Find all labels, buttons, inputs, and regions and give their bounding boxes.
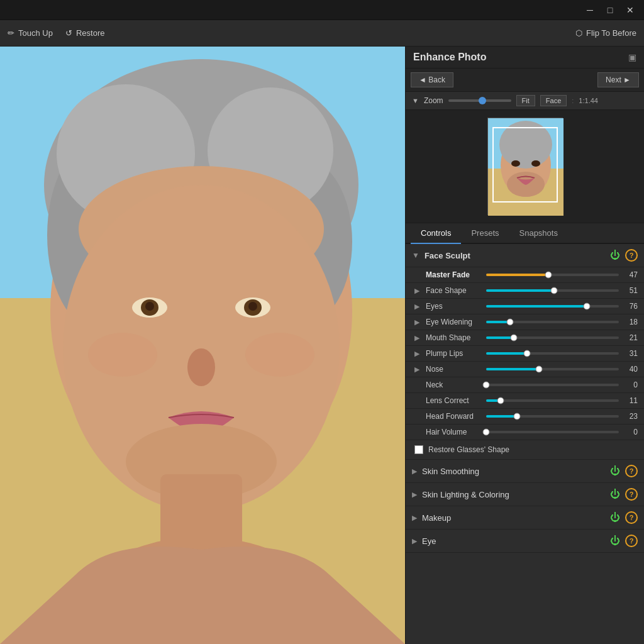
eye-widening-label: Eye Widening <box>426 318 482 326</box>
nose-value: 40 <box>623 365 638 374</box>
makeup-help-icon[interactable]: ? <box>625 511 638 524</box>
skin-smoothing-section[interactable]: ▶ Skin Smoothing ⏻ ? <box>406 460 644 483</box>
mouth-shape-label: Mouth Shape <box>426 333 482 342</box>
makeup-label: Makeup <box>422 513 605 523</box>
maximize-button[interactable]: □ <box>601 3 619 17</box>
eye-widening-expand[interactable]: ▶ <box>414 318 422 326</box>
zoom-bar: ▼ Zoom Fit Face : 1:1.44 <box>406 92 644 110</box>
skin-smoothing-power-icon[interactable]: ⏻ <box>610 465 620 477</box>
eye-widening-thumb[interactable] <box>506 319 513 326</box>
skin-smoothing-label: Skin Smoothing <box>422 467 605 476</box>
image-area <box>0 47 405 644</box>
face-sculpt-section-header: ▼ Face Sculpt ⏻ ? <box>406 244 644 267</box>
svg-point-17 <box>187 348 215 386</box>
head-forward-row: Head Forward 23 <box>406 409 644 425</box>
nose-expand[interactable]: ▶ <box>414 365 422 374</box>
controls-area: ▼ Face Sculpt ⏻ ? Master Fade 47 ▶ Face … <box>406 244 644 644</box>
head-forward-thumb[interactable] <box>513 413 520 420</box>
eyes-row: ▶ Eyes 76 <box>406 299 644 314</box>
tab-presets[interactable]: Presets <box>461 223 509 244</box>
minimize-button[interactable]: ─ <box>581 3 599 17</box>
touchup-icon: ✏ <box>8 28 14 38</box>
face-shape-expand[interactable]: ▶ <box>414 287 422 295</box>
face-shape-thumb[interactable] <box>550 287 557 294</box>
lens-correct-thumb[interactable] <box>497 397 504 404</box>
flip-to-before-button[interactable]: ⬡ Flip To Before <box>575 28 636 38</box>
plump-lips-track[interactable] <box>486 352 619 355</box>
nose-track[interactable] <box>486 368 619 370</box>
tab-snapshots[interactable]: Snapshots <box>509 223 568 244</box>
makeup-section[interactable]: ▶ Makeup ⏻ ? <box>406 506 644 530</box>
makeup-expand-icon: ▶ <box>412 514 417 522</box>
fit-button[interactable]: Fit <box>516 95 535 106</box>
tab-controls[interactable]: Controls <box>411 223 461 244</box>
eyes-track[interactable] <box>486 305 619 308</box>
mouth-shape-expand[interactable]: ▶ <box>414 334 422 342</box>
zoom-value: 1:1.44 <box>579 97 598 104</box>
nose-thumb[interactable] <box>536 366 543 373</box>
skin-lighting-power-icon[interactable]: ⏻ <box>610 489 620 500</box>
master-fade-fill <box>486 274 548 276</box>
zoom-collapse-icon[interactable]: ▼ <box>412 97 419 104</box>
eye-section[interactable]: ▶ Eye ⏻ ? <box>406 530 644 553</box>
restore-glasses-checkbox[interactable] <box>414 445 423 454</box>
panel-options-icon[interactable]: ▣ <box>628 52 636 62</box>
next-button[interactable]: Next ► <box>597 72 639 87</box>
skin-lighting-section[interactable]: ▶ Skin Lighting & Coloring ⏻ ? <box>406 483 644 506</box>
face-sculpt-power-icon[interactable]: ⏻ <box>610 250 620 261</box>
hair-volume-row: Hair Volume 0 <box>406 425 644 440</box>
neck-thumb[interactable] <box>483 382 490 389</box>
neck-track[interactable] <box>486 384 619 386</box>
face-shape-value: 51 <box>623 286 638 295</box>
close-button[interactable]: ✕ <box>621 3 639 17</box>
svg-point-20 <box>88 333 157 377</box>
svg-point-25 <box>499 121 552 169</box>
panel-title: Enhance Photo <box>413 52 486 63</box>
thumbnail-photo <box>487 118 563 215</box>
eyes-thumb[interactable] <box>584 303 591 310</box>
eye-power-icon[interactable]: ⏻ <box>610 535 620 547</box>
lens-correct-track[interactable] <box>486 399 619 402</box>
eyes-value: 76 <box>623 302 638 311</box>
eye-expand-icon: ▶ <box>412 537 417 545</box>
face-sculpt-help-icon[interactable]: ? <box>625 249 638 262</box>
eye-help-icon[interactable]: ? <box>625 535 638 547</box>
skin-lighting-label: Skin Lighting & Coloring <box>422 490 605 499</box>
nose-row: ▶ Nose 40 <box>406 362 644 377</box>
plump-lips-expand[interactable]: ▶ <box>414 350 422 358</box>
eye-widening-track[interactable] <box>486 321 619 323</box>
skin-lighting-help-icon[interactable]: ? <box>625 488 638 501</box>
restore-icon: ↺ <box>65 28 72 38</box>
touchup-button[interactable]: ✏ Touch Up <box>8 28 53 38</box>
mouth-shape-track[interactable] <box>486 336 619 339</box>
neck-value: 0 <box>623 380 638 389</box>
plump-lips-label: Plump Lips <box>426 349 482 358</box>
face-shape-track[interactable] <box>486 289 619 292</box>
face-button[interactable]: Face <box>540 95 567 106</box>
zoom-slider[interactable] <box>448 99 511 102</box>
neck-row: Neck 0 <box>406 377 644 393</box>
head-forward-label: Head Forward <box>426 412 482 421</box>
section-collapse-icon[interactable]: ▼ <box>412 251 419 260</box>
nose-label: Nose <box>426 365 482 374</box>
restore-button[interactable]: ↺ Restore <box>65 28 105 38</box>
eyes-label: Eyes <box>426 302 482 311</box>
master-fade-thumb[interactable] <box>545 272 552 279</box>
head-forward-track[interactable] <box>486 415 619 418</box>
hair-volume-track[interactable] <box>486 431 619 433</box>
thumbnail-container <box>487 118 563 215</box>
skin-smoothing-help-icon[interactable]: ? <box>625 465 638 477</box>
tabs-bar: Controls Presets Snapshots <box>406 223 644 244</box>
hair-volume-thumb[interactable] <box>483 429 490 436</box>
svg-point-28 <box>531 160 540 167</box>
master-fade-track[interactable] <box>486 274 619 276</box>
master-fade-label: Master Fade <box>426 270 482 279</box>
plump-lips-thumb[interactable] <box>524 350 531 357</box>
back-button[interactable]: ◄ Back <box>411 72 453 87</box>
panel-header: Enhance Photo ▣ <box>406 47 644 69</box>
eye-label: Eye <box>422 536 605 546</box>
eyes-expand[interactable]: ▶ <box>414 303 422 311</box>
nav-buttons: ◄ Back Next ► <box>406 69 644 92</box>
makeup-power-icon[interactable]: ⏻ <box>610 512 620 523</box>
mouth-shape-thumb[interactable] <box>511 335 518 341</box>
